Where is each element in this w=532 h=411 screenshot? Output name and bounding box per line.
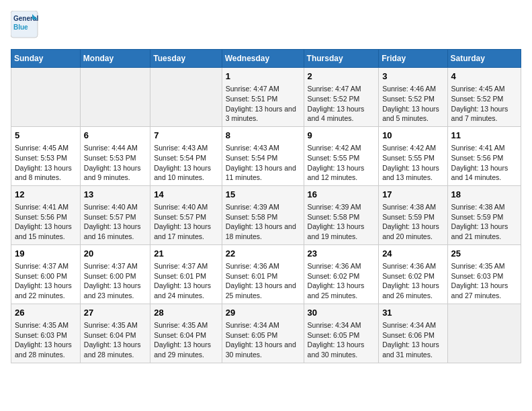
calendar-week-row: 26Sunrise: 4:35 AM Sunset: 6:03 PM Dayli… [11, 304, 521, 363]
calendar-cell: 24Sunrise: 4:36 AM Sunset: 6:02 PM Dayli… [379, 244, 447, 304]
day-info: Sunrise: 4:34 AM Sunset: 6:05 PM Dayligh… [308, 320, 375, 360]
calendar-cell: 2Sunrise: 4:47 AM Sunset: 5:52 PM Daylig… [304, 68, 379, 127]
day-info: Sunrise: 4:34 AM Sunset: 6:06 PM Dayligh… [382, 320, 443, 360]
day-number: 23 [308, 248, 375, 260]
day-info: Sunrise: 4:36 AM Sunset: 6:01 PM Dayligh… [226, 261, 300, 301]
day-number: 14 [154, 189, 218, 201]
day-number: 7 [154, 130, 218, 142]
day-number: 6 [84, 130, 146, 142]
calendar-week-row: 12Sunrise: 4:41 AM Sunset: 5:56 PM Dayli… [11, 185, 521, 244]
day-number: 24 [382, 248, 443, 260]
weekday-header: Sunday [11, 50, 81, 68]
weekday-header: Friday [379, 50, 447, 68]
day-info: Sunrise: 4:42 AM Sunset: 5:55 PM Dayligh… [382, 143, 443, 183]
day-number: 1 [226, 71, 300, 83]
day-info: Sunrise: 4:45 AM Sunset: 5:52 PM Dayligh… [451, 84, 517, 124]
day-info: Sunrise: 4:46 AM Sunset: 5:52 PM Dayligh… [382, 84, 443, 124]
calendar-cell: 18Sunrise: 4:38 AM Sunset: 5:59 PM Dayli… [447, 185, 521, 244]
calendar-cell: 26Sunrise: 4:35 AM Sunset: 6:03 PM Dayli… [11, 304, 81, 363]
day-info: Sunrise: 4:37 AM Sunset: 6:01 PM Dayligh… [154, 261, 218, 301]
calendar-cell: 15Sunrise: 4:39 AM Sunset: 5:58 PM Dayli… [222, 185, 304, 244]
calendar-header: SundayMondayTuesdayWednesdayThursdayFrid… [11, 50, 521, 68]
day-number: 21 [154, 248, 218, 260]
day-info: Sunrise: 4:45 AM Sunset: 5:53 PM Dayligh… [15, 143, 77, 183]
calendar-cell: 17Sunrise: 4:38 AM Sunset: 5:59 PM Dayli… [379, 185, 447, 244]
calendar-cell [150, 68, 222, 127]
calendar-cell [447, 304, 521, 363]
calendar-cell: 28Sunrise: 4:35 AM Sunset: 6:04 PM Dayli… [150, 304, 222, 363]
day-number: 8 [226, 130, 300, 142]
calendar-cell: 16Sunrise: 4:39 AM Sunset: 5:58 PM Dayli… [304, 185, 379, 244]
calendar-cell: 4Sunrise: 4:45 AM Sunset: 5:52 PM Daylig… [447, 68, 521, 127]
calendar-cell: 27Sunrise: 4:35 AM Sunset: 6:04 PM Dayli… [80, 304, 150, 363]
calendar-cell: 3Sunrise: 4:46 AM Sunset: 5:52 PM Daylig… [379, 68, 447, 127]
day-info: Sunrise: 4:41 AM Sunset: 5:56 PM Dayligh… [15, 202, 77, 242]
day-number: 28 [154, 307, 218, 319]
day-number: 17 [382, 189, 443, 201]
weekday-header: Monday [80, 50, 150, 68]
day-number: 20 [84, 248, 146, 260]
day-info: Sunrise: 4:40 AM Sunset: 5:57 PM Dayligh… [84, 202, 146, 242]
day-number: 12 [15, 189, 77, 201]
calendar-cell [11, 68, 81, 127]
calendar-cell: 21Sunrise: 4:37 AM Sunset: 6:01 PM Dayli… [150, 244, 222, 304]
day-number: 3 [382, 71, 443, 83]
day-info: Sunrise: 4:35 AM Sunset: 6:03 PM Dayligh… [451, 261, 517, 301]
calendar-cell: 7Sunrise: 4:43 AM Sunset: 5:54 PM Daylig… [150, 126, 222, 185]
day-number: 25 [451, 248, 517, 260]
day-number: 15 [226, 189, 300, 201]
calendar-cell: 1Sunrise: 4:47 AM Sunset: 5:51 PM Daylig… [222, 68, 304, 127]
day-info: Sunrise: 4:40 AM Sunset: 5:57 PM Dayligh… [154, 202, 218, 242]
day-number: 16 [308, 189, 375, 201]
calendar-week-row: 19Sunrise: 4:37 AM Sunset: 6:00 PM Dayli… [11, 244, 521, 304]
day-info: Sunrise: 4:39 AM Sunset: 5:58 PM Dayligh… [226, 202, 300, 242]
day-number: 30 [308, 307, 375, 319]
calendar-cell: 20Sunrise: 4:37 AM Sunset: 6:00 PM Dayli… [80, 244, 150, 304]
calendar-cell: 5Sunrise: 4:45 AM Sunset: 5:53 PM Daylig… [11, 126, 81, 185]
calendar-cell: 23Sunrise: 4:36 AM Sunset: 6:02 PM Dayli… [304, 244, 379, 304]
day-number: 19 [15, 248, 77, 260]
calendar-cell: 19Sunrise: 4:37 AM Sunset: 6:00 PM Dayli… [11, 244, 81, 304]
day-info: Sunrise: 4:43 AM Sunset: 5:54 PM Dayligh… [226, 143, 300, 183]
day-number: 5 [15, 130, 77, 142]
day-info: Sunrise: 4:47 AM Sunset: 5:51 PM Dayligh… [226, 84, 300, 124]
day-number: 9 [308, 130, 375, 142]
day-info: Sunrise: 4:39 AM Sunset: 5:58 PM Dayligh… [308, 202, 375, 242]
day-number: 13 [84, 189, 146, 201]
day-info: Sunrise: 4:42 AM Sunset: 5:55 PM Dayligh… [308, 143, 375, 183]
calendar-cell: 31Sunrise: 4:34 AM Sunset: 6:06 PM Dayli… [379, 304, 447, 363]
day-number: 27 [84, 307, 146, 319]
calendar-cell: 10Sunrise: 4:42 AM Sunset: 5:55 PM Dayli… [379, 126, 447, 185]
day-number: 26 [15, 307, 77, 319]
calendar-cell: 29Sunrise: 4:34 AM Sunset: 6:05 PM Dayli… [222, 304, 304, 363]
day-number: 10 [382, 130, 443, 142]
calendar-week-row: 5Sunrise: 4:45 AM Sunset: 5:53 PM Daylig… [11, 126, 521, 185]
calendar-cell: 8Sunrise: 4:43 AM Sunset: 5:54 PM Daylig… [222, 126, 304, 185]
day-info: Sunrise: 4:47 AM Sunset: 5:52 PM Dayligh… [308, 84, 375, 124]
day-info: Sunrise: 4:37 AM Sunset: 6:00 PM Dayligh… [15, 261, 77, 301]
day-number: 22 [226, 248, 300, 260]
weekday-header: Saturday [447, 50, 521, 68]
day-info: Sunrise: 4:35 AM Sunset: 6:03 PM Dayligh… [15, 320, 77, 360]
day-info: Sunrise: 4:35 AM Sunset: 6:04 PM Dayligh… [84, 320, 146, 360]
calendar-table: SundayMondayTuesdayWednesdayThursdayFrid… [11, 49, 521, 363]
logo-svg: General Blue [11, 11, 64, 41]
weekday-header: Wednesday [222, 50, 304, 68]
day-number: 2 [308, 71, 375, 83]
calendar-cell: 9Sunrise: 4:42 AM Sunset: 5:55 PM Daylig… [304, 126, 379, 185]
weekday-header: Thursday [304, 50, 379, 68]
page-header: General Blue [11, 11, 521, 41]
calendar-cell: 12Sunrise: 4:41 AM Sunset: 5:56 PM Dayli… [11, 185, 81, 244]
svg-text:Blue: Blue [13, 24, 28, 31]
calendar-cell [80, 68, 150, 127]
day-info: Sunrise: 4:34 AM Sunset: 6:05 PM Dayligh… [226, 320, 300, 360]
day-info: Sunrise: 4:37 AM Sunset: 6:00 PM Dayligh… [84, 261, 146, 301]
day-number: 18 [451, 189, 517, 201]
day-info: Sunrise: 4:44 AM Sunset: 5:53 PM Dayligh… [84, 143, 146, 183]
day-info: Sunrise: 4:43 AM Sunset: 5:54 PM Dayligh… [154, 143, 218, 183]
calendar-cell: 30Sunrise: 4:34 AM Sunset: 6:05 PM Dayli… [304, 304, 379, 363]
day-info: Sunrise: 4:41 AM Sunset: 5:56 PM Dayligh… [451, 143, 517, 183]
day-number: 29 [226, 307, 300, 319]
calendar-cell: 25Sunrise: 4:35 AM Sunset: 6:03 PM Dayli… [447, 244, 521, 304]
day-info: Sunrise: 4:38 AM Sunset: 5:59 PM Dayligh… [451, 202, 517, 242]
